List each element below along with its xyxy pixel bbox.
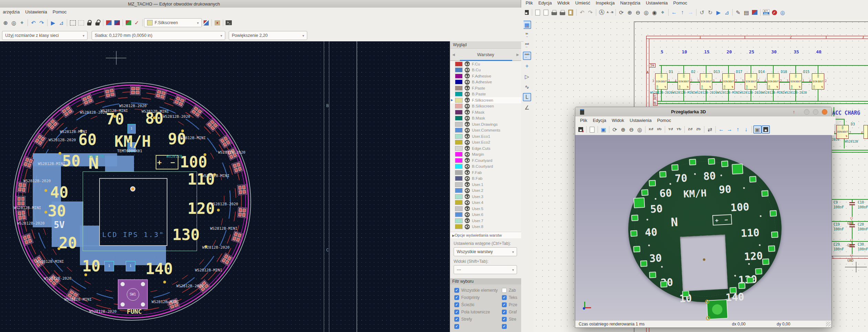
inspect-footprints-icon[interactable]	[113, 19, 121, 27]
move-right-icon[interactable]: →	[725, 125, 734, 134]
filter-checkbox[interactable]	[454, 317, 459, 322]
visibility-eye-icon[interactable]	[465, 194, 470, 199]
sch-menu-pomoc[interactable]: Pomoc	[671, 0, 690, 6]
visibility-eye-icon[interactable]	[465, 164, 470, 169]
layer-row-f.mask[interactable]: F.Mask	[450, 109, 521, 115]
print-icon[interactable]	[550, 8, 558, 17]
sim-probe-icon[interactable]: ∿	[523, 83, 531, 91]
layer-row-b.fab[interactable]: B.Fab	[450, 176, 521, 182]
visibility-eye-icon[interactable]	[465, 104, 470, 109]
move-up-icon[interactable]: ↑	[734, 125, 742, 134]
visibility-eye-icon[interactable]	[465, 97, 470, 103]
sch-menu-umieść[interactable]: Umieść	[572, 0, 593, 6]
visibility-eye-icon[interactable]	[465, 140, 470, 145]
pcb-menu-ustawienia[interactable]: Ustawienia	[22, 9, 50, 15]
run-icon[interactable]: ▶	[714, 8, 723, 17]
filter-checkbox[interactable]	[454, 310, 459, 314]
hierarchy-icon[interactable]: ▷	[523, 72, 531, 81]
layer-row-b.courtyard[interactable]: B.Courtyard	[450, 164, 521, 170]
layer-row-f.silkscreen[interactable]: F.Silkscreen	[450, 97, 521, 103]
sim-tune-icon[interactable]: ∠	[523, 103, 531, 112]
nav-up-icon[interactable]: ↑	[678, 8, 686, 17]
filter-checkbox[interactable]	[502, 324, 507, 329]
zoom-in-icon[interactable]: ⊕	[1, 19, 10, 27]
rotate-cw-icon[interactable]: ↻	[706, 8, 714, 17]
views-combo[interactable]: ---▾	[454, 265, 517, 274]
units-inches-icon[interactable]: in ↔	[523, 31, 531, 39]
visibility-eye-icon[interactable]	[465, 224, 470, 229]
highlight-net-icon[interactable]	[213, 19, 221, 27]
new-sheet-icon[interactable]	[542, 8, 550, 17]
rotate-ccw-icon[interactable]: ↺	[698, 8, 706, 17]
filter-checkbox[interactable]	[454, 295, 459, 300]
sch-menu-plik[interactable]: Plik	[523, 0, 536, 6]
zoom-selection-icon[interactable]: ⌖	[659, 8, 667, 17]
scripting-console-icon[interactable]	[225, 19, 233, 27]
layer-row-user.1[interactable]: User.1	[450, 181, 521, 188]
filter-checkbox[interactable]	[502, 288, 507, 293]
visibility-eye-icon[interactable]	[465, 134, 470, 139]
cursor-shape-icon[interactable]: +	[523, 62, 531, 70]
grid-icon[interactable]: ▦	[523, 21, 531, 29]
rotate-x-cw-icon[interactable]: X↻	[655, 125, 663, 134]
visibility-eye-icon[interactable]	[465, 68, 470, 73]
visibility-eye-icon[interactable]	[465, 182, 470, 187]
erc-icon[interactable]	[770, 8, 778, 17]
edit-symbol-icon[interactable]: ✎	[734, 8, 742, 17]
viewer3d-viewport[interactable]: 708060KM/H9050100N40110301202013010140 +…	[575, 135, 831, 320]
v3d-menu-pomoc[interactable]: Pomoc	[654, 117, 674, 124]
zoom-in-icon[interactable]: ⊕	[619, 125, 627, 134]
pcb-menu-pomoc[interactable]: Pomoc	[50, 9, 69, 15]
find-replace-icon[interactable]: A→B	[606, 8, 614, 17]
layer-row-b.silkscreen[interactable]: B.Silkscreen	[450, 103, 521, 110]
refresh-view-icon[interactable]: ▶	[49, 19, 57, 27]
layer-row-user.8[interactable]: User.8	[450, 224, 521, 230]
undo-icon[interactable]: ↶	[578, 8, 586, 17]
visibility-eye-icon[interactable]	[465, 116, 470, 121]
mirror-icon[interactable]: ⊿	[723, 8, 731, 17]
visibility-eye-icon[interactable]	[465, 206, 470, 211]
layer-options-row[interactable]: ▶Opcje wyświetlania warstw	[450, 232, 521, 238]
find-icon[interactable]: Ⓐ	[598, 8, 606, 17]
rotate-x-ccw-icon[interactable]: X↺	[647, 125, 655, 134]
visibility-eye-icon[interactable]	[465, 80, 470, 85]
filter-checkbox[interactable]	[502, 310, 507, 314]
layer-row-f.cu[interactable]: F.Cu	[450, 61, 521, 67]
nav-back-icon[interactable]: ←	[670, 8, 678, 17]
zoom-combo[interactable]: Powiększenie 2,20▾	[229, 31, 307, 40]
visibility-eye-icon[interactable]	[465, 212, 470, 217]
shade-button[interactable]: ↑	[793, 109, 795, 114]
move-down-icon[interactable]: ↓	[742, 125, 750, 134]
layer-row-b.adhesive[interactable]: B.Adhesive	[450, 79, 521, 85]
tab-scroll-right-icon[interactable]: ▶	[514, 53, 521, 56]
visibility-eye-icon[interactable]	[465, 218, 470, 223]
rotate-y-cw-icon[interactable]: Y↻	[675, 125, 683, 134]
filter-checkbox[interactable]	[454, 324, 459, 329]
zoom-page-icon[interactable]: ◉	[650, 8, 659, 17]
sch-menu-edycja[interactable]: Edycja	[536, 0, 555, 6]
nav-forward-icon[interactable]: →	[686, 8, 695, 17]
zoom-out-icon[interactable]: ⊖	[627, 125, 636, 134]
netclass-combo[interactable]: Użyj rozmiarów z klasy sieci▾	[2, 31, 87, 40]
copy-image-icon[interactable]	[588, 125, 596, 134]
layer-row-user.6[interactable]: User.6	[450, 212, 521, 218]
layer-row-user.5[interactable]: User.5	[450, 206, 521, 212]
v3d-menu-ustawienia[interactable]: Ustawienia	[627, 117, 654, 124]
redo-icon[interactable]: ↷	[586, 8, 595, 17]
zoom-fit-icon[interactable]: ◎	[10, 19, 18, 27]
presets-combo[interactable]: Wszystkie warstwy▾	[454, 247, 517, 256]
visibility-eye-icon[interactable]	[465, 61, 470, 66]
design-rules-check-icon[interactable]: ✓	[133, 19, 141, 27]
close-button[interactable]	[822, 109, 827, 115]
layer-row-user.3[interactable]: User.3	[450, 194, 521, 200]
rotate-z-ccw-icon[interactable]: Z↺	[686, 125, 694, 134]
edit-footprints-icon[interactable]	[105, 19, 113, 27]
pcb-titlebar[interactable]: MZ_TACHO — Edytor obwodów drukowanych	[0, 0, 521, 8]
maximize-button[interactable]	[813, 109, 818, 115]
select-items-icon[interactable]	[77, 19, 85, 27]
sch-menu-ustawienia[interactable]: Ustawienia	[643, 0, 671, 6]
sim-plot-icon[interactable]: L	[523, 93, 531, 101]
minimize-button[interactable]	[804, 109, 809, 115]
filter-checkbox[interactable]	[502, 302, 507, 307]
v3d-menu-edycja[interactable]: Edycja	[590, 117, 609, 124]
